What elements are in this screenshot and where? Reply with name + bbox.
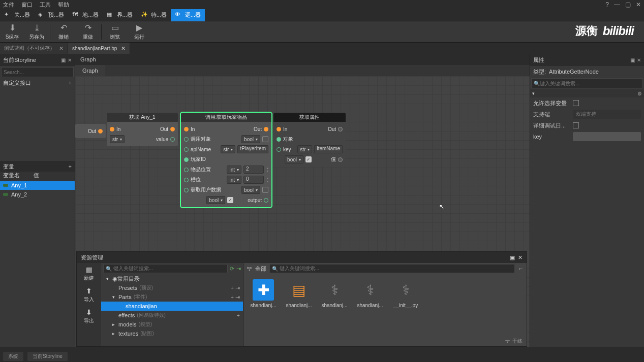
new-button[interactable]: ▦新建 [77, 263, 101, 284]
port[interactable] [184, 188, 189, 192]
text-input[interactable] [573, 132, 641, 141]
mode-ui[interactable]: ▦界...器 [103, 9, 137, 21]
mode-preview[interactable]: ◈预...器 [34, 9, 68, 21]
node-call-get-item[interactable]: 调用:获取玩家物品 InOut 调用对象bool apiNamestrtPlay… [181, 113, 271, 207]
port-in[interactable] [277, 127, 281, 131]
port[interactable] [184, 147, 189, 152]
close-icon[interactable]: ✕ [636, 1, 641, 8]
tree-textures[interactable]: ▸textures(贴图) [101, 329, 243, 338]
mode-logic[interactable]: 👁逻...器 [171, 9, 205, 21]
tree-parts[interactable]: ▾Parts(零件)+ ⇥ [101, 292, 243, 302]
node-get-attr[interactable]: 获取属性 InOut 对象 keystritemName bool✓值 [273, 113, 346, 167]
type-select[interactable]: bool [241, 135, 260, 143]
close-icon[interactable]: ✕ [121, 45, 126, 52]
close-icon[interactable]: ✕ [59, 45, 64, 52]
tree-root[interactable]: ▾◉ 常用目录 [101, 274, 243, 283]
import-button[interactable]: ⬆导入 [77, 284, 101, 306]
port[interactable] [184, 168, 189, 172]
type-select[interactable]: bool [241, 186, 260, 194]
status-storyline[interactable]: 当前Storyline [27, 352, 68, 361]
dock-icon[interactable]: ▣ [61, 57, 66, 63]
port-out[interactable] [98, 129, 103, 134]
file-search[interactable]: 🔍 键入关键词搜索... [269, 264, 515, 273]
menu-file[interactable]: 文件 [3, 1, 14, 9]
tree-shandian[interactable]: shandianjian [101, 302, 243, 311]
file-item[interactable]: ⚕__init__.py [391, 279, 420, 308]
checkbox[interactable] [262, 187, 268, 193]
save-button[interactable]: ⬇S保存 [0, 21, 24, 43]
tree-models[interactable]: ▸models(模型) [101, 320, 243, 329]
preview-button[interactable]: ▭浏览 [103, 21, 127, 43]
gear-icon[interactable]: ⚙ [637, 91, 642, 96]
file-item[interactable]: ⚕shandianj... [320, 279, 349, 308]
type-select[interactable]: bool [206, 196, 225, 204]
dropdown[interactable]: 双端支持 [573, 110, 641, 119]
filter-icon[interactable]: 🝖 [247, 266, 252, 272]
checkbox[interactable] [262, 136, 268, 142]
port-output[interactable] [264, 198, 268, 203]
undo-button[interactable]: ↶撤销 [51, 21, 76, 43]
variable-any1[interactable]: Any_1 [0, 181, 75, 190]
doc-tab-2[interactable]: shandianjianPart.bp✕ [68, 43, 130, 54]
checkbox[interactable]: ✓ [227, 197, 233, 203]
dock-icon[interactable]: ▣ [630, 57, 635, 63]
port-value[interactable] [170, 137, 175, 142]
checkbox[interactable]: ✓ [305, 156, 312, 162]
close-icon[interactable]: ✕ [518, 254, 523, 261]
port-in[interactable] [110, 127, 114, 131]
port-in[interactable] [184, 127, 189, 131]
refresh-icon[interactable]: ⟳ [230, 266, 234, 272]
status-system[interactable]: 系统 [3, 352, 23, 361]
mode-fx[interactable]: ✨特...器 [137, 9, 171, 21]
maximize-icon[interactable]: ▢ [625, 1, 631, 8]
dock-icon[interactable]: ▣ [510, 254, 515, 261]
port[interactable] [277, 137, 281, 142]
type-select[interactable]: str [221, 145, 235, 153]
type-select[interactable]: int [227, 166, 241, 174]
saveas-button[interactable]: ⤓另存为 [24, 21, 49, 43]
node-partial[interactable]: Out [75, 124, 106, 138]
add-icon[interactable]: + [69, 163, 72, 170]
port[interactable] [277, 147, 281, 152]
minimize-icon[interactable]: — [614, 1, 620, 8]
redo-button[interactable]: ↷重做 [76, 21, 100, 43]
type-select[interactable]: str [110, 135, 125, 143]
port[interactable] [184, 157, 189, 162]
doc-tab-1[interactable]: 测试蓝图（不可保存）✕ [0, 43, 68, 54]
menu-tools[interactable]: 工具 [40, 1, 51, 9]
value-input[interactable]: 2 [243, 166, 264, 174]
search-input[interactable] [1, 67, 74, 77]
export-button[interactable]: ⬇导出 [77, 306, 101, 327]
checkbox[interactable] [573, 122, 579, 128]
run-button[interactable]: ▶运行 [127, 21, 151, 43]
close-icon[interactable]: ✕ [68, 57, 72, 63]
port-out[interactable] [264, 127, 268, 131]
menu-help[interactable]: 帮助 [58, 1, 69, 9]
port[interactable] [184, 178, 189, 182]
port-out[interactable] [170, 127, 175, 131]
node-get-any1[interactable]: 获取 Any_1 InOut strvalue [107, 113, 178, 146]
close-icon[interactable]: ✕ [637, 57, 641, 63]
port-out[interactable] [338, 127, 343, 131]
file-item[interactable]: ✚shandianj... [249, 279, 278, 308]
menu-window[interactable]: 窗口 [21, 1, 33, 9]
tree-presets[interactable]: Presets(预设)+ ⇥ [101, 283, 243, 292]
file-item[interactable]: ▤shandianj... [284, 279, 314, 308]
value-input[interactable]: itemName [314, 145, 343, 153]
value-input[interactable]: 0 [243, 176, 264, 184]
prop-search[interactable]: 🔍 [531, 78, 643, 88]
add-icon[interactable]: + [69, 80, 72, 86]
type-select[interactable]: str [297, 145, 312, 153]
custom-interface[interactable]: 自定义接口+ [0, 78, 75, 87]
type-select[interactable]: bool [285, 155, 303, 163]
port-output[interactable] [338, 157, 343, 162]
file-item[interactable]: ⚕shandianj... [355, 279, 385, 308]
filter-icon[interactable]: 🝖 [505, 339, 510, 344]
back-icon[interactable]: ← [518, 266, 524, 272]
collapse-icon[interactable]: ⇥ [236, 266, 241, 272]
tree-search[interactable]: 🔍 键入关键词搜索... [103, 264, 228, 273]
graph-tab[interactable]: Graph [75, 65, 105, 76]
variable-any2[interactable]: Any_2 [0, 190, 75, 199]
tree-effects[interactable]: effects(网易版特效)+ [101, 311, 243, 320]
mode-level[interactable]: ✦关...器 [0, 9, 34, 21]
